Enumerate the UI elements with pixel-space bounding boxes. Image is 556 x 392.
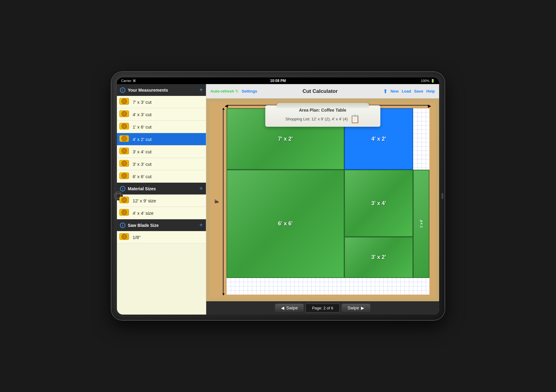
measurements-section-header: i Your Measurements + [117,84,206,96]
measurement-item-5[interactable]: 3' x 3' cut [117,158,206,170]
material-title: Material Sizes [128,186,156,191]
measurement-item-1[interactable]: 4' x 3' cut [117,108,206,121]
main-area: i Your Measurements + 7' x 3' cut 4' x 3… [117,84,439,315]
material-item-0[interactable]: 12' x 9' size [117,194,206,207]
ipad-screen: Carrier ⌘ 10:08 PM 100% 🔋 i Your Measure… [117,77,439,315]
settings-link[interactable]: Settings [242,89,257,93]
swipe-right-label: Swipe [348,305,359,310]
measurement-label-4: 3' x 4' cut [133,149,151,154]
tape-icon-m0 [119,197,130,204]
measurement-label-5: 3' x 3' cut [133,162,151,167]
saw-add-icon[interactable]: + [199,222,203,229]
measurement-label-0: 7' x 3' cut [133,100,151,105]
help-button[interactable]: Help [426,89,435,93]
piece-3x4-label: 3' x 4' [371,200,386,207]
measurement-item-6[interactable]: 6' x 6' cut [117,170,206,183]
tape-icon-3 [119,135,130,143]
piece-3x2-label: 3' x 2' [371,254,386,260]
measurement-item-4[interactable]: 3' x 4' cut [117,145,206,158]
dim-label-v: 9' [214,200,220,204]
piece-4x2-label: 4' x 2' [371,136,386,142]
shopping-list-row: Shopping List: 12' x 9' (2), 4' x 4' (4)… [271,114,374,124]
piece-1x6[interactable]: 1' x 6' [413,170,429,278]
piece-6x6[interactable]: 6' x 6' [227,170,344,278]
refresh-icon[interactable]: ↻ [235,89,239,93]
tape-icon-s0 [119,233,130,241]
new-button[interactable]: New [391,89,399,93]
arrow-left-icon: ◀ [281,305,284,310]
sidebar: i Your Measurements + 7' x 3' cut 4' x 3… [117,84,206,315]
tape-icon-m1 [119,209,130,217]
swipe-right-button[interactable]: Swipe ▶ [342,304,370,312]
side-button[interactable] [442,193,443,199]
material-label-0: 12' x 9' size [133,198,156,203]
carrier-label: Carrier [121,79,131,83]
piece-7x2-label: 7' x 2' [278,136,293,142]
tape-icon-4 [119,148,130,155]
measurements-title: Your Measurements [128,88,168,93]
right-panel: Auto-refresh ↻ Settings Cut Calculator ⬆… [206,84,439,315]
load-button[interactable]: Load [402,89,411,93]
status-bar: Carrier ⌘ 10:08 PM 100% 🔋 [117,77,439,84]
clipboard-icon: 📋 [350,114,360,124]
swipe-bar: ◀ Swipe Page: 2 of 6 Swipe ▶ [206,301,439,315]
grid-paper[interactable]: ◀ ▶ 12' ▲ ▼ [227,108,429,295]
battery-label: 100% [421,79,429,83]
ipad-frame: Carrier ⌘ 10:08 PM 100% 🔋 i Your Measure… [111,72,445,320]
measurements-add-icon[interactable]: + [199,87,203,93]
header-bar: Auto-refresh ↻ Settings Cut Calculator ⬆… [206,84,439,99]
measurement-label-2: 1' x 6' cut [133,124,151,129]
measurement-label-6: 6' x 6' cut [133,174,151,179]
piece-6x6-label: 6' x 6' [278,220,293,227]
saw-item-0[interactable]: 1/8" [117,231,206,243]
saw-title: Saw Blade Size [128,223,159,228]
battery-icon: 🔋 [431,79,435,83]
share-icon[interactable]: ⬆ [383,88,388,95]
dim-vertical: ▲ ▼ [220,108,227,295]
measurement-label-3: 4' x 2' cut [133,137,151,142]
canvas-area: ◀ ▶ 12' ▲ ▼ [206,99,439,301]
measurement-item-3[interactable]: 4' x 2' cut [117,133,206,145]
dim-line-v: ▲ ▼ [223,108,223,295]
piece-3x2[interactable]: 3' x 2' [344,237,413,278]
tape-icon-2 [119,123,130,131]
save-button[interactable]: Save [414,89,423,93]
material-add-icon[interactable]: + [199,185,203,192]
piece-3x4[interactable]: 3' x 4' [344,170,413,237]
tape-icon-6 [119,172,130,180]
piece-1x6-label: 1' x 6' [420,220,423,228]
saw-section-header: i Saw Blade Size + [117,219,206,231]
swipe-left-label: Swipe [286,305,298,310]
saw-label-0: 1/8" [133,235,141,240]
area-plan-title: Area Plan: Coffee Table [271,108,374,113]
tape-icon-1 [119,110,130,118]
measurement-label-1: 4' x 3' cut [133,112,151,117]
material-info-icon[interactable]: i [120,186,125,191]
area-plan-note: Area Plan: Coffee Table Shopping List: 1… [265,105,380,127]
tape-icon-5 [119,160,130,168]
saw-info-icon[interactable]: i [120,223,125,228]
header-actions: ⬆ New Load Save Help [383,88,435,95]
header-title: Cut Calculator [257,88,383,94]
shopping-list-text: Shopping List: 12' x 9' (2), 4' x 4' (4) [286,117,348,121]
measurement-item-0[interactable]: 7' x 3' cut [117,96,206,108]
swipe-left-button[interactable]: ◀ Swipe [275,304,304,312]
arrow-right-icon: ▶ [361,305,364,310]
page-indicator: Page: 2 of 6 [306,304,339,312]
canvas-inner: ◀ ▶ 12' ▲ ▼ [210,102,435,298]
tape-icon-0 [119,98,130,106]
auto-refresh-label[interactable]: Auto-refresh [210,89,234,93]
material-section-header: i Material Sizes + [117,183,206,194]
time-label: 10:08 PM [270,79,286,83]
wifi-icon: ⌘ [133,79,136,83]
material-label-1: 4' x 4' size [133,211,154,216]
measurement-item-2[interactable]: 1' x 6' cut [117,121,206,133]
measurements-info-icon[interactable]: i [120,87,125,93]
material-item-1[interactable]: 4' x 4' size [117,207,206,219]
